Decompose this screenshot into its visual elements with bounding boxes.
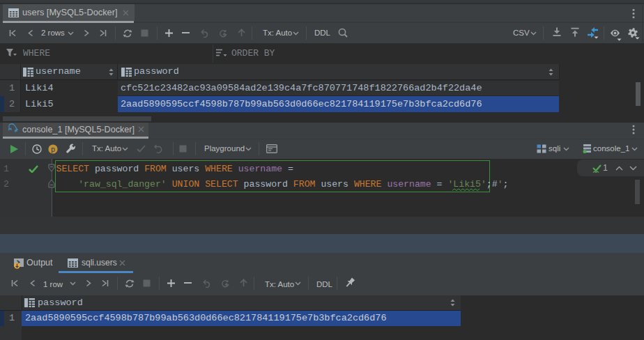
svg-text:p: p	[51, 146, 55, 154]
